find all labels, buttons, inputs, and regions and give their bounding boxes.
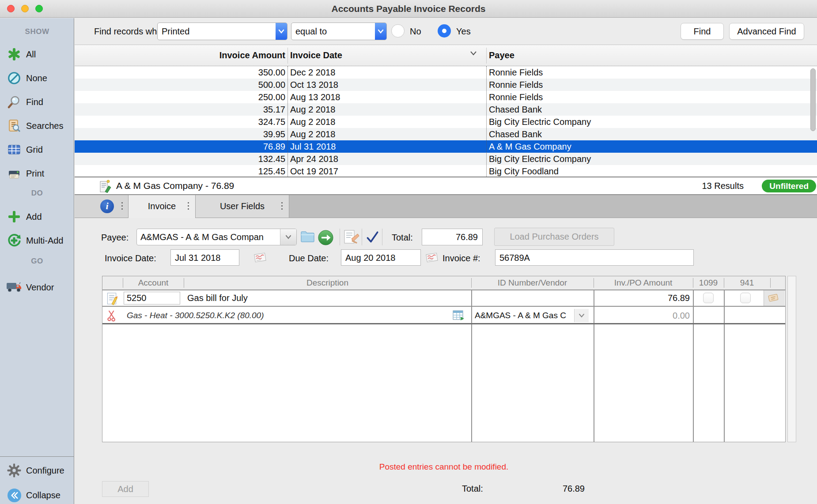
total-input[interactable]: 76.89 — [422, 229, 483, 245]
scrollbar-thumb[interactable] — [810, 68, 816, 131]
table-row[interactable]: 132.45Apr 24 2018Big City Electric Compa… — [75, 153, 817, 165]
tab-user-fields[interactable]: User Fields — [196, 195, 289, 218]
go-to-vendor-icon[interactable] — [318, 229, 334, 246]
tab-grip-icon[interactable] — [281, 202, 283, 203]
sidebar-section-go: GO — [0, 255, 74, 268]
field-select[interactable]: Printed — [157, 23, 287, 40]
checkbox-1099[interactable] — [703, 293, 714, 303]
find-bar: Find records where Printed equal to No Y… — [75, 18, 817, 45]
sidebar-item-none[interactable]: None — [5, 68, 47, 88]
column-header-1099[interactable]: 1099 — [693, 276, 724, 290]
operator-select[interactable]: equal to — [291, 23, 387, 40]
payee-select[interactable]: A&MGAS - A & M Gas Compan — [136, 229, 297, 245]
sidebar-item-find[interactable]: Find — [5, 92, 43, 112]
tab-invoice[interactable]: Invoice — [129, 195, 196, 218]
table-row-selected[interactable]: 76.89Jul 31 2018A & M Gas Company — [75, 140, 817, 153]
allocation-row[interactable]: Gas - Heat - 3000.5250.K.K2 (80.00) A&MG… — [102, 308, 785, 324]
radio-yes-label: Yes — [456, 26, 471, 37]
sidebar-item-searches[interactable]: Searches — [5, 116, 64, 135]
invoice-number-label: Invoice #: — [443, 253, 480, 263]
advanced-find-button[interactable]: Advanced Find — [729, 23, 804, 40]
column-divider[interactable] — [486, 48, 487, 64]
sidebar-item-collapse[interactable]: Collapse — [5, 485, 61, 504]
edit-note-icon[interactable] — [106, 292, 118, 305]
table-row[interactable]: 500.00Oct 13 2018Ronnie Fields — [75, 79, 817, 91]
sidebar-item-configure[interactable]: Configure — [5, 461, 64, 480]
sidebar: SHOW All None Find Searches Grid Print D… — [0, 18, 74, 504]
operator-select-value: equal to — [291, 23, 375, 40]
gear-icon — [5, 462, 23, 479]
tab-grip-icon[interactable] — [121, 202, 123, 203]
allocation-amount-cell[interactable]: 0.00 — [594, 311, 690, 321]
stamp-cell[interactable] — [764, 290, 785, 306]
vendor-combo-value[interactable]: A&MGAS - A & M Gas C — [475, 311, 566, 320]
column-header-description[interactable]: Description — [184, 276, 471, 290]
invoice-date-input[interactable]: Jul 31 2018 — [170, 249, 239, 266]
tab-grip-icon[interactable] — [188, 202, 189, 203]
radio-no[interactable] — [391, 24, 405, 38]
account-cell[interactable]: 5250 — [124, 292, 180, 305]
chevron-down-icon[interactable] — [574, 309, 589, 322]
add-line-button[interactable]: Add — [102, 481, 149, 497]
toolbar-divider — [340, 229, 340, 245]
sidebar-item-all[interactable]: All — [5, 45, 36, 64]
checkbox-941[interactable] — [740, 293, 751, 303]
toolbar-divider — [382, 229, 382, 245]
table-row[interactable]: 324.75Aug 2 2018Big City Electric Compan… — [75, 116, 817, 128]
table-row[interactable]: 350.00Dec 2 2018Ronnie Fields — [75, 66, 817, 79]
column-header-invoice-date[interactable]: Invoice Date — [290, 45, 342, 66]
grid-total-value: 76.89 — [512, 484, 585, 494]
load-purchase-orders-button[interactable]: Load Purchase Orders — [494, 228, 614, 246]
calendar-icon[interactable] — [425, 252, 439, 264]
table-row[interactable]: 39.95Aug 2 2018Chased Bank — [75, 128, 817, 140]
info-icon[interactable]: i — [100, 199, 114, 213]
due-date-input[interactable]: Aug 20 2018 — [341, 249, 421, 266]
table-row[interactable]: 250.00Aug 13 2018Ronnie Fields — [75, 91, 817, 103]
spreadsheet-icon[interactable] — [452, 309, 465, 322]
invoice-date-label: Invoice Date: — [105, 253, 156, 263]
sidebar-item-vendor[interactable]: Vendor — [5, 278, 54, 297]
column-header-amount[interactable]: Inv./PO Amount — [594, 276, 693, 290]
table-row[interactable]: 125.45Oct 19 2017Big City Foodland — [75, 165, 817, 177]
collapse-icon — [5, 486, 23, 504]
column-divider[interactable] — [287, 48, 288, 64]
sidebar-item-add[interactable]: Add — [5, 207, 42, 226]
radio-yes[interactable] — [438, 24, 451, 38]
chevron-down-icon[interactable] — [280, 229, 296, 245]
radio-no-label: No — [410, 26, 421, 37]
chevron-down-icon[interactable] — [276, 23, 287, 40]
column-header-account[interactable]: Account — [123, 276, 184, 290]
column-header-id-vendor[interactable]: ID Number/Vendor — [471, 276, 594, 290]
sidebar-item-print[interactable]: Print — [5, 164, 44, 183]
invoice-number-input[interactable]: 56789A — [495, 249, 694, 266]
invoice-record-icon — [99, 180, 112, 193]
toolbar-divider — [362, 229, 362, 245]
sort-descending-icon[interactable] — [470, 51, 477, 56]
calendar-icon[interactable] — [253, 252, 267, 264]
tab-strip: i Invoice User Fields — [75, 195, 817, 218]
sidebar-section-do: DO — [0, 187, 74, 200]
none-icon — [5, 69, 23, 87]
sidebar-item-grid[interactable]: Grid — [5, 140, 43, 159]
post-entry-icon[interactable] — [343, 229, 360, 245]
amount-cell[interactable]: 76.89 — [594, 293, 690, 303]
allocation-description-cell[interactable]: Gas - Heat - 3000.5250.K.K2 (80.00) — [127, 311, 264, 320]
line-items-body: 5250 Gas bill for July 76.89 Gas - Heat … — [102, 290, 785, 442]
tab-info[interactable]: i — [75, 195, 129, 218]
description-cell[interactable]: Gas bill for July — [187, 293, 248, 303]
chevron-down-icon[interactable] — [375, 23, 386, 40]
column-header-941[interactable]: 941 — [724, 276, 770, 290]
column-header-invoice-amount[interactable]: Invoice Amount — [75, 45, 285, 66]
line-item-row[interactable]: 5250 Gas bill for July 76.89 — [102, 290, 785, 307]
record-title: A & M Gas Company - 76.89 — [116, 181, 234, 191]
filter-status-badge[interactable]: Unfiltered — [762, 180, 816, 192]
truck-icon — [5, 278, 23, 296]
grid-scrollbar[interactable] — [787, 276, 796, 442]
folder-icon[interactable] — [300, 231, 315, 243]
column-header-payee[interactable]: Payee — [489, 45, 514, 66]
find-button[interactable]: Find — [681, 23, 724, 40]
invoice-panel: Payee: A&MGAS - A & M Gas Compan Total: … — [75, 218, 817, 504]
verify-check-icon[interactable] — [365, 230, 379, 244]
sidebar-item-multi-add[interactable]: Multi-Add — [5, 231, 63, 250]
table-row[interactable]: 35.17Aug 2 2018Chased Bank — [75, 103, 817, 116]
